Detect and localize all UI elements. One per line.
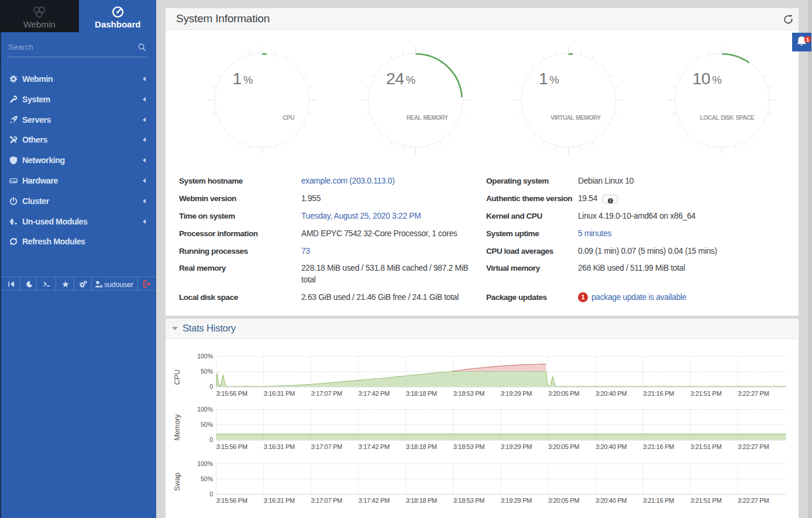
svg-text:3:21:16 PM: 3:21:16 PM xyxy=(643,390,674,397)
svg-text:3:17:42 PM: 3:17:42 PM xyxy=(359,443,390,450)
svg-text:50%: 50% xyxy=(201,475,213,482)
svg-text:3:17:42 PM: 3:17:42 PM xyxy=(359,497,390,504)
svg-text:3:20:05 PM: 3:20:05 PM xyxy=(548,390,579,397)
svg-text:3:21:51 PM: 3:21:51 PM xyxy=(690,443,721,450)
svg-text:3:21:16 PM: 3:21:16 PM xyxy=(643,443,674,450)
svg-text:VIRTUAL MEMORY: VIRTUAL MEMORY xyxy=(550,115,601,121)
svg-text:3:18:18 PM: 3:18:18 PM xyxy=(406,390,437,397)
svg-text:3:16:31 PM: 3:16:31 PM xyxy=(264,390,295,397)
svg-text:3:15:56 PM: 3:15:56 PM xyxy=(216,497,247,504)
svg-text:Memory: Memory xyxy=(173,414,181,441)
svg-text:50%: 50% xyxy=(201,368,213,375)
svg-text:3:21:51 PM: 3:21:51 PM xyxy=(690,497,721,504)
svg-text:1: 1 xyxy=(806,36,810,43)
svg-text:100%: 100% xyxy=(197,406,213,413)
svg-text:3:17:07 PM: 3:17:07 PM xyxy=(311,443,342,450)
svg-text:3:18:53 PM: 3:18:53 PM xyxy=(453,390,484,397)
svg-text:0: 0 xyxy=(209,491,213,498)
svg-text:3:17:07 PM: 3:17:07 PM xyxy=(311,390,342,397)
svg-text:Swap: Swap xyxy=(173,472,181,491)
svg-text:REAL MEMORY: REAL MEMORY xyxy=(407,115,449,121)
svg-text:100%: 100% xyxy=(197,460,213,467)
svg-text:3:22:27 PM: 3:22:27 PM xyxy=(738,497,769,504)
svg-text:3:21:16 PM: 3:21:16 PM xyxy=(643,497,674,504)
svg-text:3:20:40 PM: 3:20:40 PM xyxy=(596,390,627,397)
svg-text:3:20:05 PM: 3:20:05 PM xyxy=(548,443,579,450)
svg-text:3:15:56 PM: 3:15:56 PM xyxy=(216,390,247,397)
svg-text:100%: 100% xyxy=(197,353,213,360)
svg-text:50%: 50% xyxy=(201,421,213,428)
svg-text:3:18:53 PM: 3:18:53 PM xyxy=(453,497,484,504)
svg-text:CPU: CPU xyxy=(173,369,181,385)
svg-text:3:17:07 PM: 3:17:07 PM xyxy=(311,497,342,504)
svg-text:3:21:51 PM: 3:21:51 PM xyxy=(690,390,721,397)
svg-text:3:19:29 PM: 3:19:29 PM xyxy=(501,390,532,397)
svg-text:0: 0 xyxy=(209,383,213,390)
svg-text:CPU: CPU xyxy=(283,115,294,121)
svg-text:3:19:29 PM: 3:19:29 PM xyxy=(501,443,532,450)
svg-text:3:18:18 PM: 3:18:18 PM xyxy=(406,443,437,450)
svg-text:3:16:31 PM: 3:16:31 PM xyxy=(264,443,295,450)
svg-text:3:18:53 PM: 3:18:53 PM xyxy=(453,443,484,450)
svg-text:3:17:42 PM: 3:17:42 PM xyxy=(359,390,390,397)
svg-text:3:15:56 PM: 3:15:56 PM xyxy=(216,443,247,450)
svg-text:3:19:29 PM: 3:19:29 PM xyxy=(501,497,532,504)
svg-text:3:20:40 PM: 3:20:40 PM xyxy=(596,497,627,504)
svg-text:3:16:31 PM: 3:16:31 PM xyxy=(264,497,295,504)
svg-text:3:18:18 PM: 3:18:18 PM xyxy=(406,497,437,504)
svg-text:3:20:05 PM: 3:20:05 PM xyxy=(548,497,579,504)
svg-text:3:22:27 PM: 3:22:27 PM xyxy=(738,390,769,397)
svg-text:3:22:27 PM: 3:22:27 PM xyxy=(738,443,769,450)
svg-text:LOCAL DISK SPACE: LOCAL DISK SPACE xyxy=(700,115,755,121)
svg-text:3:20:40 PM: 3:20:40 PM xyxy=(596,443,627,450)
svg-text:0: 0 xyxy=(209,436,213,443)
